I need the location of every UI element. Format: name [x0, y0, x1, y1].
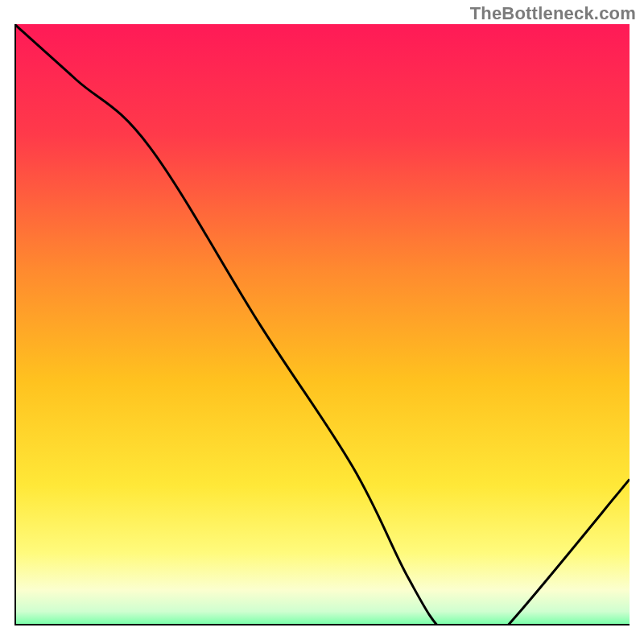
plot-area — [14, 24, 630, 624]
curve-layer — [14, 24, 630, 624]
x-axis — [14, 624, 630, 625]
watermark-label: TheBottleneck.com — [470, 3, 636, 24]
bottleneck-curve — [14, 24, 630, 624]
chart-container: TheBottleneck.com — [0, 0, 644, 644]
y-axis — [14, 24, 16, 624]
